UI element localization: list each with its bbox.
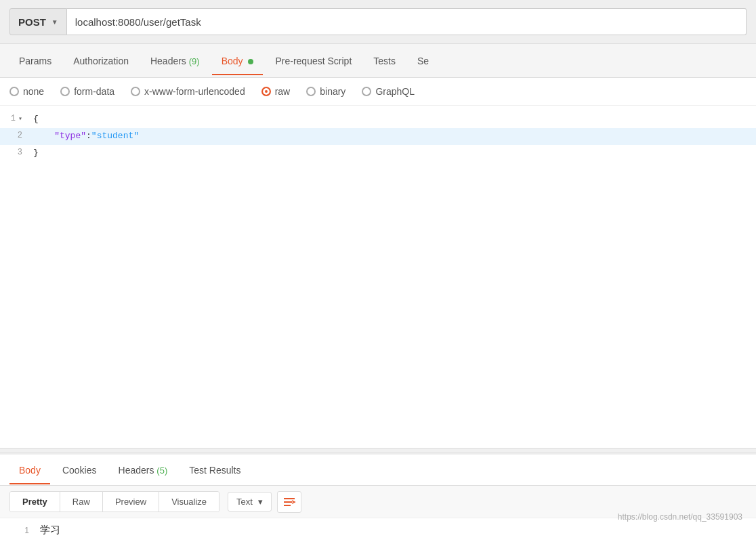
response-section: Body Cookies Headers (5) Test Results Pr… <box>0 453 756 542</box>
option-form-data[interactable]: form-data <box>60 86 114 97</box>
code-editor[interactable]: 1 ▾ { 2 "type":"student" <box>0 106 756 448</box>
resp-line-number-1: 1 <box>9 526 40 535</box>
line-number-3: 3 <box>0 146 30 159</box>
code-line-1: 1 ▾ { <box>0 111 756 128</box>
tab-body[interactable]: Body <box>212 47 264 75</box>
resp-tab-test-results[interactable]: Test Results <box>180 457 250 484</box>
option-binary[interactable]: binary <box>306 86 345 97</box>
editor-section: none form-data x-www-form-urlencoded raw… <box>0 78 756 448</box>
url-bar: POST ▼ <box>0 0 756 44</box>
response-line-1: 1 学习 <box>0 518 756 542</box>
option-graphql[interactable]: GraphQL <box>362 86 415 97</box>
radio-binary[interactable] <box>306 87 316 96</box>
text-dropdown[interactable]: Text ▾ <box>228 492 272 512</box>
line-number-1: 1 ▾ <box>0 112 30 125</box>
method-select[interactable]: POST ▼ <box>9 8 67 35</box>
resp-tab-headers[interactable]: Headers (5) <box>109 457 177 484</box>
option-raw[interactable]: raw <box>261 86 291 97</box>
response-tabs: Body Cookies Headers (5) Test Results <box>0 455 756 486</box>
text-dropdown-arrow: ▾ <box>258 497 263 507</box>
code-line-2: 2 "type":"student" <box>0 128 756 145</box>
resp-tab-cookies[interactable]: Cookies <box>53 457 106 484</box>
response-body: 1 学习 <box>0 518 756 542</box>
option-none[interactable]: none <box>9 86 44 97</box>
text-dropdown-label: Text <box>236 497 253 507</box>
option-x-www[interactable]: x-www-form-urlencoded <box>131 86 245 97</box>
code-line-3: 3 } <box>0 145 756 162</box>
code-content: 1 ▾ { 2 "type":"student" <box>0 106 756 167</box>
response-format-bar: Pretty Raw Preview Visualize Text ▾ <box>0 486 756 518</box>
format-btn-visualize[interactable]: Visualize <box>159 492 219 512</box>
brace-open: { <box>33 114 39 124</box>
method-dropdown-arrow: ▼ <box>51 18 58 26</box>
body-dot <box>248 59 253 64</box>
resp-headers-badge: (5) <box>156 465 167 476</box>
tab-settings[interactable]: Se <box>408 47 438 75</box>
request-tabs: Params Authorization Headers (9) Body Pr… <box>0 44 756 78</box>
main-layout: POST ▼ Params Authorization Headers (9) … <box>0 0 756 542</box>
wrap-button[interactable] <box>277 491 301 513</box>
headers-badge: (9) <box>189 56 200 66</box>
radio-graphql[interactable] <box>362 87 371 96</box>
line-1-arrow[interactable]: ▾ <box>18 114 22 125</box>
tab-authorization[interactable]: Authorization <box>64 47 138 75</box>
format-btn-raw[interactable]: Raw <box>60 492 103 512</box>
brace-close: } <box>33 148 39 158</box>
body-options: none form-data x-www-form-urlencoded raw… <box>0 78 756 106</box>
url-input[interactable] <box>67 8 747 35</box>
radio-x-www[interactable] <box>131 87 140 96</box>
tab-params[interactable]: Params <box>9 47 61 75</box>
line-number-2: 2 <box>0 129 30 142</box>
resp-text-1: 学习 <box>40 524 60 537</box>
format-buttons: Pretty Raw Preview Visualize <box>9 491 219 512</box>
format-btn-pretty[interactable]: Pretty <box>10 492 60 512</box>
radio-form-data[interactable] <box>60 87 70 96</box>
radio-raw[interactable] <box>261 87 271 96</box>
resp-tab-body[interactable]: Body <box>9 457 50 484</box>
tab-prerequest[interactable]: Pre-request Script <box>266 47 361 75</box>
tab-headers[interactable]: Headers (9) <box>141 47 209 75</box>
tab-tests[interactable]: Tests <box>364 47 405 75</box>
wrap-icon <box>282 495 296 509</box>
json-value: "student" <box>91 131 139 141</box>
radio-none[interactable] <box>9 87 19 96</box>
format-btn-preview[interactable]: Preview <box>103 492 159 512</box>
section-divider <box>0 448 756 453</box>
json-key: "type" <box>54 131 86 141</box>
method-label: POST <box>18 16 46 28</box>
